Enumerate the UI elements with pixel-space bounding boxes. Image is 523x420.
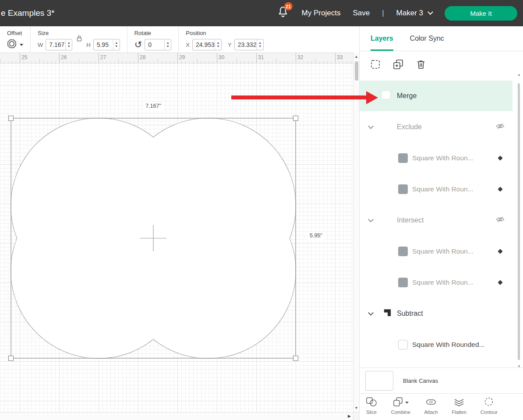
y-position-input[interactable]: 23.332 ▲▼	[234, 39, 264, 50]
contour-button[interactable]: Contour	[481, 397, 498, 420]
canvas-color-swatch[interactable]	[365, 371, 393, 391]
panel-scrollbar[interactable]	[518, 83, 520, 360]
subtract-shape-icon	[382, 307, 392, 319]
offset-label: Offset	[7, 30, 23, 36]
blank-canvas-label: Blank Canvas	[403, 378, 438, 384]
layer-sync-diamond-icon[interactable]	[498, 155, 502, 160]
rotate-label: Rotate	[134, 30, 172, 36]
layer-row[interactable]: Square With Roun...	[360, 173, 523, 205]
rotate-stepper[interactable]: ▲▼	[164, 39, 171, 50]
layer-row[interactable]: Square With Roun...	[360, 142, 523, 173]
ruler-tick: 30	[219, 54, 224, 60]
group-row-exclude[interactable]: Exclude	[360, 111, 523, 142]
group-label: Intersect	[397, 216, 424, 224]
chevron-down-icon[interactable]	[368, 123, 374, 129]
position-section: Position X 24.953 ▲▼ Y 23.332 ▲▼	[178, 26, 270, 53]
design-canvas[interactable]: 7.167" 5.95"	[0, 64, 353, 412]
combine-icon	[393, 397, 403, 409]
chevron-down-icon	[428, 9, 433, 15]
ruler-tick: 26	[61, 54, 67, 60]
shape-height-label: 5.95"	[307, 232, 325, 240]
project-title: e Examples 3*	[1, 8, 55, 18]
layer-sync-diamond-icon[interactable]	[498, 249, 502, 254]
group-row-intersect[interactable]: Intersect	[360, 205, 523, 236]
notifications-button[interactable]: 21	[276, 6, 290, 20]
visibility-off-icon[interactable]	[496, 122, 505, 131]
layer-color-swatch[interactable]	[398, 153, 408, 163]
combine-dropdown-caret[interactable]	[405, 402, 409, 404]
duplicate-icon[interactable]	[392, 59, 404, 70]
rotate-input[interactable]: 0 ▲▼	[145, 39, 171, 50]
layer-color-swatch[interactable]	[398, 184, 408, 194]
layer-row[interactable]: Square With Roun...	[360, 236, 523, 267]
select-all-icon[interactable]	[370, 59, 381, 70]
canvas-vertical-scrollbar[interactable]: ▲ ▼	[353, 53, 359, 412]
scroll-up-icon[interactable]: ▲	[353, 55, 359, 59]
layer-sync-diamond-icon[interactable]	[498, 280, 502, 285]
save-link[interactable]: Save	[353, 9, 370, 18]
attach-button[interactable]: Attach	[424, 397, 438, 420]
scroll-right-icon[interactable]: ▶	[348, 414, 351, 418]
layer-label: Square With Roun...	[412, 247, 474, 255]
aspect-lock-icon[interactable]	[76, 35, 82, 43]
layer-row-merge[interactable]: Merge	[360, 81, 512, 111]
layer-row[interactable]: Square With Rounded...	[360, 329, 523, 360]
layer-color-swatch[interactable]	[398, 278, 408, 287]
layer-color-swatch[interactable]	[398, 340, 408, 349]
my-projects-link[interactable]: My Projects	[302, 9, 341, 18]
machine-name: Maker 3	[396, 9, 423, 18]
visibility-off-icon[interactable]	[496, 215, 505, 225]
rotate-value: 0	[145, 41, 164, 48]
tab-color-sync[interactable]: Color Sync	[410, 26, 444, 51]
height-stepper[interactable]: ▲▼	[113, 39, 120, 50]
slice-icon	[366, 397, 377, 409]
x-position-stepper[interactable]: ▲▼	[215, 39, 221, 50]
vertical-scroll-thumb[interactable]	[355, 61, 358, 81]
layers-panel: Layers Color Sync	[359, 26, 523, 420]
y-position-stepper[interactable]: ▲▼	[257, 39, 263, 50]
chevron-down-icon[interactable]	[368, 216, 374, 222]
ruler-tick: 31	[258, 54, 264, 60]
tab-layers[interactable]: Layers	[371, 26, 393, 51]
canvas-horizontal-scrollbar[interactable]: ▶	[0, 412, 353, 420]
flatten-button[interactable]: Flatten	[452, 397, 466, 420]
offset-button[interactable]	[7, 39, 23, 50]
width-value: 7.167	[46, 41, 65, 48]
notification-badge: 21	[284, 2, 293, 11]
y-position-value: 23.332	[235, 41, 257, 48]
chevron-down-icon[interactable]	[368, 310, 374, 315]
group-row-subtract[interactable]: Subtract	[360, 298, 523, 329]
slice-button[interactable]: Slice	[366, 397, 377, 420]
trash-icon[interactable]	[415, 59, 427, 70]
ruler-tick: 25	[21, 54, 27, 60]
panel-scroll-up-icon[interactable]: ▲	[517, 73, 521, 77]
layer-color-swatch[interactable]	[398, 247, 408, 256]
ruler-tick: 29	[179, 54, 185, 60]
layer-actions-bar: Slice Combine Attach	[360, 393, 523, 420]
width-stepper[interactable]: ▲▼	[65, 39, 72, 50]
x-position-value: 24.953	[193, 41, 215, 48]
canvas-shape-layer	[0, 64, 353, 412]
make-it-button[interactable]: Make It	[445, 6, 517, 21]
layer-sync-diamond-icon[interactable]	[498, 187, 502, 191]
combine-button[interactable]: Combine	[391, 397, 410, 420]
top-bar: e Examples 3* 21 My Projects Save | Make…	[0, 0, 523, 26]
height-input[interactable]: 5.95 ▲▼	[93, 39, 120, 50]
scroll-down-icon[interactable]: ▼	[353, 406, 359, 410]
attach-icon	[425, 397, 437, 409]
layer-row[interactable]: Square With Roun...	[360, 267, 523, 298]
shape-width-label: 7.167"	[143, 102, 163, 110]
width-input[interactable]: 7.167 ▲▼	[46, 39, 72, 50]
ruler-tick: 32	[297, 54, 303, 60]
x-position-input[interactable]: 24.953 ▲▼	[192, 39, 222, 50]
blank-canvas-row: Blank Canvas	[360, 367, 523, 393]
height-value: 5.95	[94, 41, 113, 48]
topbar-right: 21 My Projects Save | Maker 3 Make It	[276, 6, 523, 21]
ruler-tick: 33	[337, 54, 343, 60]
machine-selector[interactable]: Maker 3	[396, 9, 432, 18]
rotate-icon[interactable]: ↺	[134, 40, 142, 49]
layer-label: Square With Roun...	[412, 185, 474, 193]
ruler-tick: 27	[100, 54, 106, 60]
offset-dropdown-caret	[20, 44, 23, 46]
layer-label: Square With Roun...	[412, 279, 474, 286]
